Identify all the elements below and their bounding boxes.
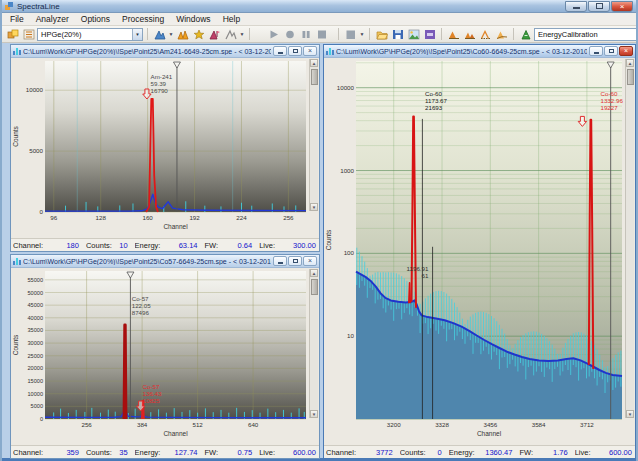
close-button[interactable]: × (611, 1, 633, 12)
menu-help[interactable]: Help (217, 13, 246, 25)
svg-text:512: 512 (192, 421, 203, 428)
status-field: FW:1.76 (519, 448, 574, 457)
scroll-down-icon[interactable]: ▼ (626, 410, 634, 418)
acquire-start-button[interactable] (266, 27, 281, 41)
spectrum-window-am241: C:\Lum\Work\GP\HPGe(20%)\!Spe\Point25\Am… (10, 44, 320, 252)
calibration-combobox[interactable]: EnergyCalibration ▼ (534, 28, 638, 41)
window-titlebar[interactable]: C:\Lum\Work\GP\HPGe(20%)\!Spe\Point25\Co… (324, 45, 635, 58)
new-spectra-icon[interactable] (5, 27, 20, 41)
scroll-down-icon[interactable]: ▼ (310, 203, 318, 211)
svg-text:25000: 25000 (27, 353, 43, 359)
app-titlebar[interactable]: SpectraLine × (2, 0, 636, 13)
scroll-thumb[interactable] (311, 69, 318, 85)
scroll-up-icon[interactable]: ▲ (626, 59, 634, 67)
status-value: 0.75 (218, 448, 259, 457)
window-restore-button[interactable] (604, 46, 618, 56)
report-image-icon[interactable] (406, 27, 421, 41)
vertical-scrollbar[interactable]: ▲ ▼ (625, 59, 634, 418)
save-file-icon[interactable] (390, 27, 405, 41)
svg-text:100: 100 (344, 249, 355, 256)
window-minimize-button[interactable] (273, 256, 287, 266)
status-label: Counts: (400, 448, 426, 457)
menu-file[interactable]: File (4, 13, 30, 25)
status-field: FW:0.75 (204, 448, 259, 457)
peak-subtract-icon[interactable] (478, 27, 493, 41)
window-titlebar[interactable]: C:\Lum\Work\GP\HPGe(20%)\!Spe\Point25\Am… (11, 45, 319, 58)
peak-search-icon[interactable] (152, 27, 167, 41)
svg-text:0: 0 (40, 416, 43, 422)
status-label: FW: (519, 448, 533, 457)
calibration-value: EnergyCalibration (538, 30, 638, 39)
svg-text:45000: 45000 (27, 302, 43, 308)
acquire-record-button[interactable] (282, 27, 297, 41)
menubar: FileAnalyzerOptionsProcessingWindowsHelp (2, 13, 636, 26)
window-title: C:\Lum\Work\GP\HPGe(20%)\!Spe\Point25\Co… (23, 258, 271, 265)
detector-combobox[interactable]: HPGe(20%) ▼ (37, 28, 143, 41)
scroll-up-icon[interactable]: ▲ (310, 269, 318, 277)
peak-identify-icon[interactable] (175, 27, 190, 41)
status-field: Energy:63.14 (135, 241, 205, 250)
application-window: SpectraLine × FileAnalyzerOptionsProcess… (0, 0, 638, 461)
vertical-scrollbar[interactable]: ▲ ▼ (309, 59, 318, 211)
svg-text:1000: 1000 (340, 167, 354, 174)
spectrum-window-co60: C:\Lum\Work\GP\HPGe(20%)\!Spe\Point25\Co… (323, 44, 636, 459)
spectrum-plot-am241[interactable]: Am-24159.3916790961281601922242560500010… (11, 58, 319, 238)
svg-text:5000: 5000 (31, 403, 43, 409)
vertical-scrollbar[interactable]: ▲ ▼ (309, 269, 318, 418)
export-icon[interactable] (422, 27, 437, 41)
minimize-button[interactable] (565, 1, 587, 12)
menu-options[interactable]: Options (75, 13, 116, 25)
activity-calc-icon[interactable] (207, 27, 222, 41)
window-minimize-button[interactable] (589, 46, 603, 56)
status-label: FW: (204, 448, 218, 457)
window-close-button[interactable]: × (303, 256, 317, 266)
menu-processing[interactable]: Processing (116, 13, 170, 25)
status-field: Channel:3772 (326, 448, 400, 457)
spectrum-window-icon (326, 47, 334, 56)
spectrum-plot-co57[interactable]: Co-57122.0587496Co-57136.431082525638451… (11, 268, 319, 445)
acquire-stop-button[interactable] (314, 27, 329, 41)
scroll-thumb[interactable] (311, 279, 318, 295)
status-label: Energy: (135, 448, 161, 457)
spectrum-plot-co60[interactable]: Co-601173.6721693Co-601332.96192271196.9… (324, 58, 635, 445)
svg-text:10000: 10000 (26, 86, 44, 93)
calibration-icon[interactable] (518, 27, 533, 41)
scroll-up-icon[interactable]: ▲ (310, 59, 318, 67)
window-restore-button[interactable] (288, 46, 302, 56)
window-close-button[interactable]: × (303, 46, 317, 56)
status-value: 1360.47 (475, 448, 520, 457)
open-file-icon[interactable] (374, 27, 389, 41)
detector-control-caret-icon[interactable]: ▼ (359, 31, 365, 37)
acquire-pause-button[interactable] (298, 27, 313, 41)
peak-search-caret-icon[interactable]: ▼ (168, 31, 174, 37)
background-strip-icon[interactable] (494, 27, 509, 41)
status-field: Counts:35 (86, 448, 135, 457)
peak-fit-icon[interactable] (223, 27, 238, 41)
peak-sum-icon[interactable] (462, 27, 477, 41)
menu-windows[interactable]: Windows (170, 13, 216, 25)
spectrum-window-icon (13, 47, 21, 56)
maximize-button[interactable] (588, 1, 610, 12)
peak-area-icon[interactable] (446, 27, 461, 41)
nuclide-star-icon[interactable] (191, 27, 206, 41)
window-statusbar: Channel:3772Counts:0Energy:1360.47FW:1.7… (324, 445, 635, 458)
svg-text:128: 128 (96, 214, 107, 221)
svg-text:30000: 30000 (27, 340, 43, 346)
status-value: 35 (112, 448, 135, 457)
svg-text:Channel: Channel (477, 430, 502, 437)
window-close-button[interactable]: × (619, 46, 633, 56)
menu-analyzer[interactable]: Analyzer (30, 13, 75, 25)
scroll-down-icon[interactable]: ▼ (310, 410, 318, 418)
scroll-thumb[interactable] (627, 69, 634, 85)
svg-text:256: 256 (283, 214, 294, 221)
window-titlebar[interactable]: C:\Lum\Work\GP\HPGe(20%)\!Spe\Point25\Co… (11, 255, 319, 268)
svg-text:640: 640 (248, 421, 259, 428)
status-value: 63.14 (160, 241, 204, 250)
window-minimize-button[interactable] (273, 46, 287, 56)
window-title: C:\Lum\Work\GP\HPGe(20%)\!Spe\Point25\Co… (336, 48, 587, 55)
detector-control-button[interactable] (343, 27, 358, 41)
peak-fit-caret-icon[interactable]: ▼ (239, 31, 245, 37)
detector-list-icon[interactable] (21, 27, 36, 41)
window-restore-button[interactable] (288, 256, 302, 266)
window-title: C:\Lum\Work\GP\HPGe(20%)\!Spe\Point25\Am… (23, 48, 271, 55)
